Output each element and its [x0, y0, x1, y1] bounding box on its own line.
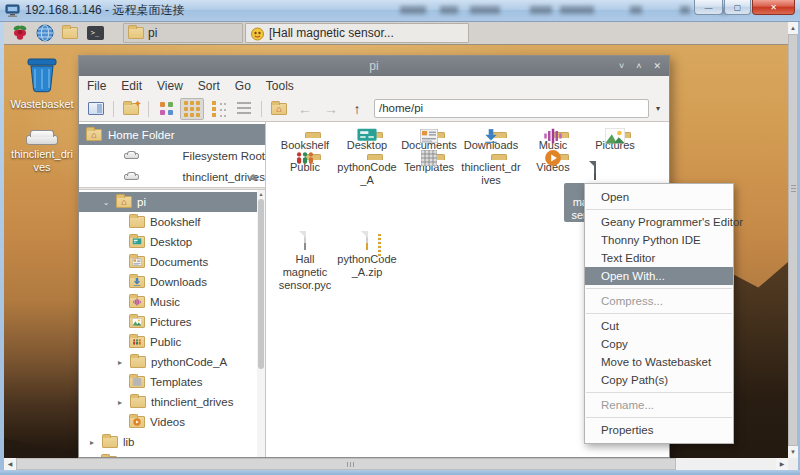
rdp-window-controls: — ▢ ✕	[693, 0, 795, 15]
raspberry-menu-button[interactable]	[9, 23, 31, 43]
tree-scrollbar[interactable]: ▲	[257, 190, 265, 457]
desktop-icon-label: thinclient_drives	[9, 148, 75, 174]
desktop-icon-thinclient-drives[interactable]: thinclient_drives	[9, 125, 75, 174]
tree-item-lost-found[interactable]: lost+found	[79, 452, 265, 457]
web-browser-button[interactable]	[34, 23, 56, 43]
place-filesystem-root[interactable]: Filesystem Root	[79, 145, 265, 166]
terminal-icon: >_	[87, 26, 104, 40]
file-item-desktop[interactable]: Desktop	[336, 130, 398, 152]
expander-icon[interactable]: ⌄	[101, 198, 111, 207]
path-input[interactable]: /home/pi	[374, 99, 649, 118]
tree-item-downloads[interactable]: Downloads	[79, 272, 265, 292]
file-item-documents[interactable]: Documents	[398, 130, 460, 152]
scrollbar-thumb[interactable]	[788, 34, 798, 446]
path-dropdown-button[interactable]: ▾	[651, 104, 665, 113]
scrollbar-thumb[interactable]	[16, 458, 676, 470]
eject-icon[interactable]: ⏏	[249, 171, 258, 182]
menu-go[interactable]: Go	[235, 79, 251, 93]
scroll-left-arrow[interactable]: ◀	[4, 458, 16, 470]
file-item-public[interactable]: Public	[274, 152, 336, 222]
scrollbar-thumb[interactable]	[258, 199, 264, 369]
tree-item-thinclient-drives[interactable]: ▸thinclient_drives	[79, 392, 265, 412]
rdp-horizontal-scrollbar[interactable]: ◀ ▶	[4, 458, 788, 470]
expander-icon[interactable]: ▸	[115, 358, 125, 367]
tree-item-pictures[interactable]: Pictures	[79, 312, 265, 332]
new-tab-button[interactable]	[84, 98, 108, 120]
maximize-button[interactable]: ˄	[636, 56, 641, 76]
documents-folder-icon	[129, 256, 145, 268]
context-menu-item-copy[interactable]: Copy	[585, 335, 733, 353]
compact-view-button[interactable]	[232, 98, 256, 120]
tree-item-videos[interactable]: Videos	[79, 412, 265, 432]
new-folder-button[interactable]: ✦	[119, 98, 143, 120]
close-button[interactable]: ✕	[752, 0, 795, 15]
file-item-templates[interactable]: Templates	[398, 152, 460, 222]
context-menu-item-copy-paths[interactable]: Copy Path(s)	[585, 371, 733, 389]
context-menu-item-move-to-wastebasket[interactable]: Move to Wastebasket	[585, 353, 733, 371]
file-item-pythoncode-a-zip[interactable]: pythonCode_A.zip	[336, 222, 398, 292]
home-button[interactable]: ⌂	[267, 98, 291, 120]
minimize-button[interactable]: ˅	[619, 56, 624, 76]
context-menu-item-text-editor[interactable]: Text Editor	[585, 249, 733, 267]
icon-view-button[interactable]	[180, 98, 204, 120]
scroll-up-arrow[interactable]: ▲	[257, 190, 265, 198]
rdp-vertical-scrollbar[interactable]: ▲ ▼	[788, 22, 798, 458]
back-button[interactable]: ←	[293, 98, 317, 120]
place-thinclient-drives[interactable]: thinclient_drives ⏏	[79, 166, 265, 187]
file-item-hall-magnetic-sensor-pyc[interactable]: Hall magnetic sensor.pyc	[274, 222, 336, 292]
up-button[interactable]: ↑	[345, 98, 369, 120]
minimize-button[interactable]: —	[694, 0, 723, 15]
file-item-pythoncode-a[interactable]: pythonCode_A	[336, 152, 398, 222]
terminal-button[interactable]: >_	[84, 23, 106, 43]
menu-sort[interactable]: Sort	[198, 79, 220, 93]
scroll-right-arrow[interactable]: ▶	[776, 458, 788, 470]
tree-item-desktop[interactable]: Desktop	[79, 232, 265, 252]
file-item-thinclient-drives[interactable]: thinclient_drives	[460, 152, 522, 222]
thumbnail-view-button[interactable]	[154, 98, 178, 120]
maximize-button[interactable]: ▢	[724, 0, 751, 15]
task-button-pi[interactable]: pi	[123, 23, 243, 43]
folder-icon	[102, 436, 118, 448]
context-menu-item-geany[interactable]: Geany Programmer's Editor	[585, 213, 733, 231]
menu-file[interactable]: File	[87, 79, 106, 93]
menu-view[interactable]: View	[157, 79, 183, 93]
rdp-titlebar[interactable]: 192.168.1.146 - 远程桌面连接 — ▢ ✕	[0, 0, 800, 22]
file-item-downloads[interactable]: Downloads	[460, 130, 522, 152]
context-menu-item-rename[interactable]: Rename...	[585, 396, 733, 414]
close-button[interactable]: ✕	[653, 56, 661, 76]
file-label: Bookshelf	[274, 139, 336, 152]
context-menu-item-properties[interactable]: Properties	[585, 421, 733, 439]
tree-item-bookshelf[interactable]: Bookshelf	[79, 212, 265, 232]
file-label: thinclient_drives	[460, 161, 522, 187]
desktop[interactable]: Wastebasket thinclient_drives pi ˅ ˄ ✕ F	[4, 45, 788, 458]
context-menu-item-compress[interactable]: Compress...	[585, 292, 733, 310]
web-browser-globe-icon	[36, 24, 54, 42]
file-item-bookshelf[interactable]: Bookshelf	[274, 130, 336, 152]
menu-tools[interactable]: Tools	[266, 79, 294, 93]
file-manager-button[interactable]	[59, 23, 81, 43]
tree-item-lib[interactable]: ▸lib	[79, 432, 265, 452]
tree-item-music[interactable]: Music	[79, 292, 265, 312]
context-menu-item-open-with[interactable]: Open With...	[585, 267, 733, 285]
tree-item-templates[interactable]: Templates	[79, 372, 265, 392]
tree-item-pythoncode-a[interactable]: ▸pythonCode_A	[79, 352, 265, 372]
context-menu-item-open[interactable]: Open	[585, 188, 733, 206]
tree-item-public[interactable]: Public	[79, 332, 265, 352]
list-view-button[interactable]	[206, 98, 230, 120]
expander-icon[interactable]: ▸	[115, 398, 125, 407]
templates-folder-icon	[129, 376, 145, 388]
context-menu-item-thonny[interactable]: Thonny Python IDE	[585, 231, 733, 249]
file-manager-titlebar[interactable]: pi ˅ ˄ ✕	[79, 56, 669, 76]
task-button-thonny[interactable]: [Hall magnetic sensor...	[245, 23, 469, 43]
context-menu-item-cut[interactable]: Cut	[585, 317, 733, 335]
place-home-folder[interactable]: ⌂ Home Folder	[79, 124, 265, 145]
scroll-down-arrow[interactable]: ▼	[788, 446, 798, 458]
file-item-pictures[interactable]: Pictures	[584, 130, 646, 152]
menu-edit[interactable]: Edit	[121, 79, 142, 93]
scroll-up-arrow[interactable]: ▲	[788, 22, 798, 34]
tree-item-documents[interactable]: Documents	[79, 252, 265, 272]
forward-button[interactable]: →	[319, 98, 343, 120]
tree-item-pi[interactable]: ⌄ ⌂ pi	[79, 192, 265, 212]
desktop-icon-wastebasket[interactable]: Wastebasket	[9, 57, 75, 111]
expander-icon[interactable]: ▸	[87, 438, 97, 447]
